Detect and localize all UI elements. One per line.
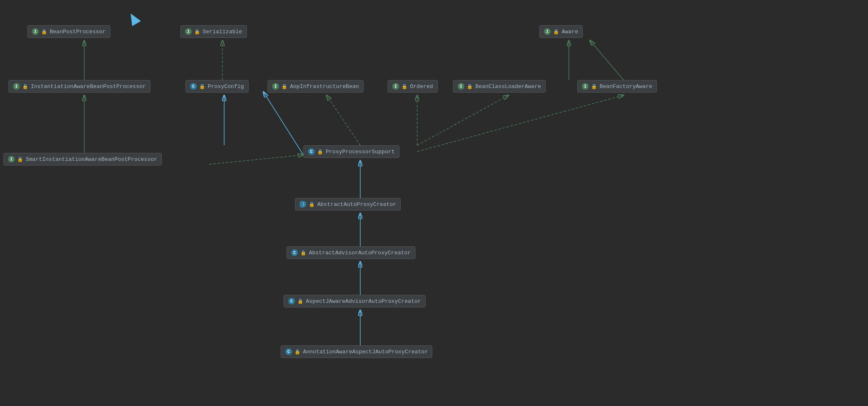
badge-i: I xyxy=(544,28,551,35)
node-label: SmartInstantiationAwareBeanPostProcessor xyxy=(26,156,157,163)
node-label: ProxyConfig xyxy=(208,83,244,90)
badge-i: I xyxy=(185,28,192,35)
node-proxy-processor-support[interactable]: C 🔒 ProxyProcessorSupport xyxy=(303,145,399,158)
node-bean-factory-aware[interactable]: I 🔒 BeanFactoryAware xyxy=(577,80,657,93)
badge-c: C xyxy=(288,298,295,304)
node-abstract-advisor-auto-proxy-creator[interactable]: C 🔒 AbstractAdvisorAutoProxyCreator xyxy=(287,246,415,259)
badge-i: I xyxy=(272,83,279,90)
node-serializable[interactable]: I 🔒 Serializable xyxy=(180,25,247,38)
node-label: InstantiationAwareBeanPostProcessor xyxy=(31,83,146,90)
node-label: Ordered xyxy=(410,83,433,90)
badge-i: I xyxy=(582,83,589,90)
node-label: ProxyProcessorSupport xyxy=(326,149,395,155)
lock-icon: 🔒 xyxy=(553,29,559,35)
node-label: BeanPostProcessor xyxy=(50,29,106,35)
lock-icon: 🔒 xyxy=(297,299,303,304)
node-label: AspectJAwareAdvisorAutoProxyCreator xyxy=(306,298,421,304)
node-label: BeanClassLoaderAware xyxy=(475,83,541,90)
node-bean-post-processor[interactable]: I 🔒 BeanPostProcessor xyxy=(27,25,110,38)
svg-line-6 xyxy=(590,40,624,80)
lock-icon: 🔒 xyxy=(41,29,47,35)
badge-c: C xyxy=(190,83,197,90)
node-instantiation-aware-bpp[interactable]: I 🔒 InstantiationAwareBeanPostProcessor xyxy=(8,80,150,93)
svg-line-10 xyxy=(327,95,360,145)
node-ordered[interactable]: I 🔒 Ordered xyxy=(388,80,438,93)
node-bean-class-loader-aware[interactable]: I 🔒 BeanClassLoaderAware xyxy=(453,80,546,93)
lock-icon: 🔒 xyxy=(17,157,23,162)
node-label: AnnotationAwareAspectJAutoProxyCreator xyxy=(303,349,428,355)
badge-i: I xyxy=(8,156,15,163)
lock-icon: 🔒 xyxy=(281,84,287,89)
node-label: AbstractAutoProxyCreator xyxy=(317,201,396,208)
node-annotation-aware-aspect-j-auto-proxy-creator[interactable]: C 🔒 AnnotationAwareAspectJAutoProxyCreat… xyxy=(281,345,432,358)
badge-ci: C xyxy=(291,249,298,256)
node-label: BeanFactoryAware xyxy=(600,83,652,90)
lock-icon: 🔒 xyxy=(591,84,597,89)
svg-line-13 xyxy=(417,95,624,152)
svg-line-14 xyxy=(209,155,303,164)
svg-line-12 xyxy=(417,95,509,145)
node-abstract-auto-proxy-creator[interactable]: C 🔒 AbstractAutoProxyCreator xyxy=(295,198,401,211)
node-label: AbstractAdvisorAutoProxyCreator xyxy=(309,250,411,256)
cursor-arrow xyxy=(126,11,141,26)
node-smart-instantiation-aware-bpp[interactable]: I 🔒 SmartInstantiationAwareBeanPostProce… xyxy=(3,153,162,166)
lock-icon: 🔒 xyxy=(300,250,306,256)
node-label: Aware xyxy=(562,29,578,35)
node-aware[interactable]: I 🔒 Aware xyxy=(539,25,583,38)
lock-icon: 🔒 xyxy=(467,84,473,89)
badge-i: I xyxy=(13,83,20,90)
lock-icon: 🔒 xyxy=(22,84,28,89)
lock-icon: 🔒 xyxy=(402,84,407,89)
lock-icon: 🔒 xyxy=(309,202,315,207)
arrows-svg xyxy=(0,0,868,406)
lock-icon: 🔒 xyxy=(317,149,323,155)
node-label: AopInfrastructureBean xyxy=(290,83,359,90)
lock-icon: 🔒 xyxy=(199,84,205,89)
node-aop-infrastructure-bean[interactable]: I 🔒 AopInfrastructureBean xyxy=(268,80,364,93)
node-aspect-j-aware-advisor-auto-proxy-creator[interactable]: C 🔒 AspectJAwareAdvisorAutoProxyCreator xyxy=(284,295,426,307)
badge-c: C xyxy=(285,348,292,355)
node-label: Serializable xyxy=(203,29,242,35)
badge-c: C xyxy=(308,148,315,155)
lock-icon: 🔒 xyxy=(194,29,200,35)
svg-line-9 xyxy=(263,92,303,155)
badge-ci: C xyxy=(300,201,306,208)
badge-i: I xyxy=(32,28,39,35)
badge-i: I xyxy=(458,83,464,90)
badge-i: I xyxy=(392,83,399,90)
lock-icon: 🔒 xyxy=(295,349,300,355)
node-proxy-config[interactable]: C 🔒 ProxyConfig xyxy=(185,80,249,93)
diagram-canvas: I 🔒 BeanPostProcessor I 🔒 Serializable I… xyxy=(0,0,868,406)
